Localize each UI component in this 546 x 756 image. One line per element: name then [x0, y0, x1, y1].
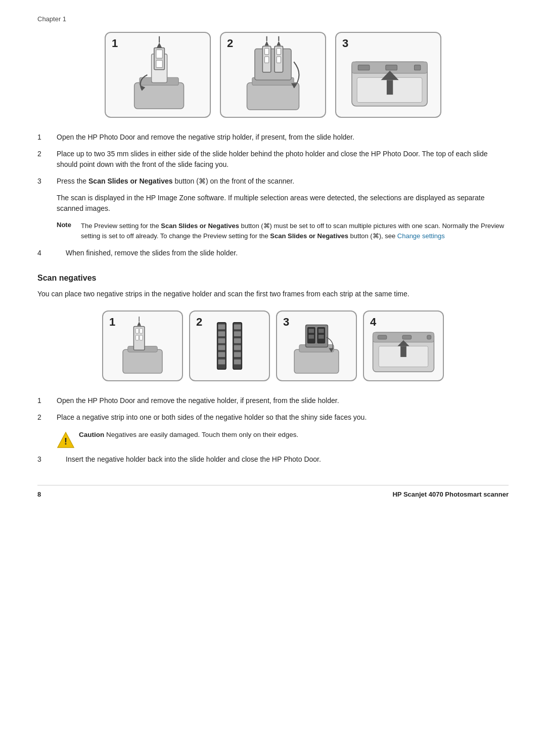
neg-step-num-2: 2: [196, 316, 202, 329]
svg-rect-11: [255, 49, 291, 80]
caution-block: ! Caution Negatives are easily damaged. …: [57, 430, 509, 447]
neg-step-number-2: 2: [37, 412, 48, 423]
svg-rect-71: [400, 346, 406, 357]
neg-step-image-3: 3: [276, 310, 357, 381]
slide-step-text-4: When finished, remove the slides from th…: [66, 248, 509, 258]
svg-rect-48: [234, 325, 241, 330]
note-bold-1: Scan Slides or Negatives: [161, 222, 239, 230]
slide-step-item-3: 3 Press the Scan Slides or Negatives but…: [37, 176, 509, 187]
scan-negatives-section: Scan negatives You can place two negativ…: [37, 274, 509, 465]
svg-rect-25: [358, 65, 370, 70]
svg-rect-14: [265, 57, 269, 63]
scan-negatives-intro: You can place two negative strips in the…: [37, 289, 509, 299]
neg-step-text-1: Open the HP Photo Door and remove the ne…: [57, 395, 509, 406]
svg-rect-50: [234, 338, 241, 343]
slide-step-text-3: Press the Scan Slides or Negatives butto…: [57, 176, 509, 187]
scan-body-text: The scan is displayed in the HP Image Zo…: [57, 193, 509, 214]
svg-rect-52: [234, 352, 241, 357]
neg-step-image-4: 4: [363, 310, 444, 381]
slide-step-number-4: 4: [37, 248, 48, 258]
svg-rect-66: [378, 335, 387, 339]
slide-step-num-1: 1: [112, 37, 118, 50]
svg-text:!: !: [64, 436, 67, 447]
svg-rect-59: [308, 335, 314, 339]
svg-marker-38: [137, 322, 141, 326]
slide-step-item-4: 4 When finished, remove the slides from …: [37, 248, 509, 258]
slide-illustration-3: [336, 33, 440, 117]
negatives-steps-list: 1 Open the HP Photo Door and remove the …: [37, 395, 509, 465]
bold-scan-slides-1: Scan Slides or Negatives: [88, 177, 173, 185]
caution-icon: !: [57, 431, 73, 447]
negatives-step-images: 1 2: [37, 310, 509, 381]
svg-rect-16: [277, 48, 281, 54]
slide-step-num-3: 3: [342, 37, 348, 50]
note-block: Note The Preview setting for the Scan Sl…: [57, 221, 509, 241]
neg-step-item-3: 3 Insert the negative holder back into t…: [37, 454, 509, 465]
slide-step-item-2: 2 Place up to two 35 mm slides in either…: [37, 149, 509, 170]
slide-illustration-2: [221, 33, 325, 117]
neg-step-number-1: 1: [37, 395, 48, 406]
note-label: Note: [57, 221, 76, 241]
note-bold-2: Scan Slides or Negatives: [270, 232, 348, 240]
svg-rect-49: [234, 331, 241, 336]
svg-rect-5: [156, 60, 162, 67]
svg-rect-45: [218, 352, 225, 357]
neg-step-num-1: 1: [109, 316, 115, 329]
svg-marker-6: [157, 42, 162, 48]
svg-rect-27: [415, 65, 421, 70]
slide-step-number-2: 2: [37, 149, 48, 170]
neg-step-text-3: Insert the negative holder back into the…: [66, 454, 509, 465]
slide-step-number-1: 1: [37, 132, 48, 143]
neg-step-image-2: 2: [189, 310, 270, 381]
svg-rect-67: [402, 335, 412, 339]
svg-rect-68: [427, 335, 431, 339]
svg-rect-13: [265, 48, 269, 54]
svg-rect-42: [218, 331, 225, 336]
svg-rect-37: [140, 335, 143, 340]
change-settings-link[interactable]: Change settings: [397, 232, 445, 240]
svg-rect-33: [133, 326, 144, 350]
neg-step-image-1: 1: [102, 310, 183, 381]
neg-step-num-4: 4: [370, 316, 376, 329]
svg-rect-53: [234, 360, 241, 365]
slide-step-images: 1 2: [37, 32, 509, 118]
svg-rect-41: [218, 325, 225, 330]
svg-rect-61: [318, 329, 324, 333]
svg-rect-4: [156, 50, 162, 58]
svg-rect-54: [294, 349, 339, 373]
slide-step-number-3: 3: [37, 176, 48, 187]
svg-rect-62: [318, 335, 324, 339]
svg-rect-51: [234, 345, 241, 350]
caution-text: Caution Negatives are easily damaged. To…: [79, 430, 298, 440]
slide-step-image-1: 1: [105, 32, 211, 118]
svg-rect-17: [277, 57, 281, 63]
svg-rect-44: [218, 345, 225, 350]
slide-step-num-2: 2: [227, 37, 233, 50]
scan-negatives-heading: Scan negatives: [37, 274, 509, 283]
note-text: The Preview setting for the Scan Slides …: [81, 221, 509, 241]
svg-rect-34: [135, 328, 139, 333]
neg-step-text-2: Place a negative strip into one or both …: [57, 412, 509, 423]
svg-rect-9: [247, 82, 299, 110]
chapter-label: Chapter 1: [37, 15, 509, 23]
svg-rect-43: [218, 338, 225, 343]
svg-rect-36: [140, 328, 143, 333]
footer: 8 HP Scanjet 4070 Photosmart scanner: [37, 485, 509, 498]
svg-marker-20: [277, 41, 281, 46]
caution-label: Caution: [79, 431, 104, 438]
caution-body: Negatives are easily damaged. Touch them…: [106, 431, 298, 438]
neg-step-item-2: 2 Place a negative strip into one or bot…: [37, 412, 509, 423]
svg-rect-30: [387, 80, 393, 95]
footer-product-title: HP Scanjet 4070 Photosmart scanner: [392, 491, 509, 498]
svg-rect-58: [308, 329, 314, 333]
slide-step-image-2: 2: [220, 32, 326, 118]
footer-page-number: 8: [37, 491, 41, 498]
slide-illustration-1: [106, 33, 210, 117]
slide-step-item-1: 1 Open the HP Photo Door and remove the …: [37, 132, 509, 143]
svg-rect-26: [386, 65, 397, 70]
slide-step-text-2: Place up to two 35 mm slides in either s…: [57, 149, 509, 170]
slide-steps-list: 1 Open the HP Photo Door and remove the …: [37, 132, 509, 258]
svg-rect-35: [135, 335, 139, 340]
neg-step-num-3: 3: [283, 316, 289, 329]
svg-rect-31: [123, 349, 162, 373]
